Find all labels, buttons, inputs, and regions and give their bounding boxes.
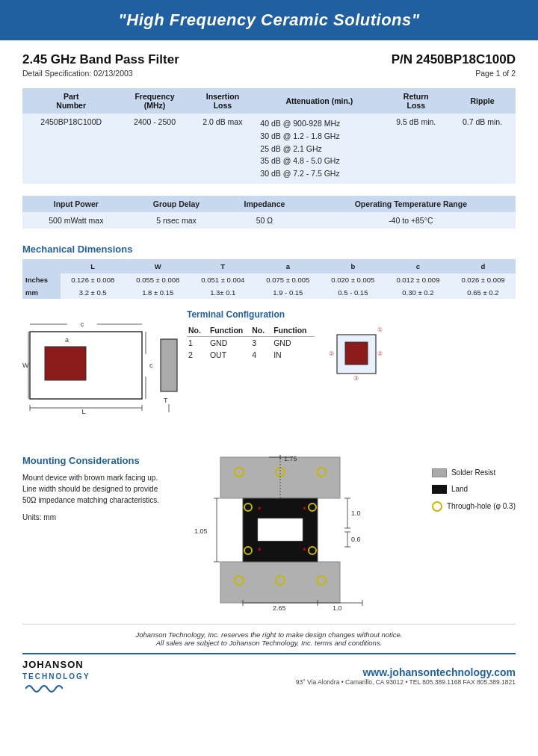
cell-group-delay: 5 nsec max — [130, 212, 223, 229]
svg-text:2.65: 2.65 — [273, 604, 286, 610]
svg-rect-25 — [220, 562, 340, 603]
footer-right: www.johansontechnology.com 93° Via Alond… — [296, 666, 516, 686]
col-part-number: PartNumber — [22, 88, 120, 114]
col-ripple: Ripple — [449, 88, 516, 114]
svg-text:L: L — [81, 408, 85, 415]
land-icon — [432, 485, 447, 494]
company-logo: JOHANSON TECHNOLOGY — [22, 659, 90, 681]
cell-freq: 2400 - 2500 — [120, 114, 189, 184]
mounting-title: Mounting Considerations — [22, 453, 172, 468]
mech-mm-L: 3.2 ± 0.5 — [61, 286, 126, 299]
footer-note: Johanson Technology, Inc. reserves the r… — [22, 624, 516, 647]
terminal-title: Terminal Configuration — [187, 309, 516, 320]
col-return-loss: ReturnLoss — [383, 88, 449, 114]
mechanical-title: Mechanical Dimensions — [22, 244, 516, 255]
wave-decoration — [25, 681, 63, 693]
col-impedance: Impedance — [223, 196, 306, 212]
solder-resist-icon — [432, 468, 447, 477]
mech-col-L: L — [61, 259, 126, 273]
land-label: Land — [451, 485, 468, 493]
page-number: Page 1 of 2 — [475, 69, 516, 78]
solder-resist-label: Solder Resist — [451, 468, 495, 477]
footer-note2: All sales are subject to Johanson Techno… — [22, 639, 516, 647]
mech-mm-a: 1.9 - 0.15 — [256, 286, 321, 299]
terminal-section: Terminal Configuration No. Function No. … — [187, 309, 516, 384]
mech-col-T: T — [191, 259, 256, 273]
mech-inches-a: 0.075 ± 0.005 — [256, 273, 321, 286]
col-insertion-loss: InsertionLoss — [190, 88, 256, 114]
svg-rect-15 — [161, 339, 177, 391]
term-col-no1: No. — [187, 324, 208, 337]
mech-col-a: a — [256, 259, 321, 273]
mounting-units: Units: mm — [22, 512, 172, 523]
cell-attenuation: 40 dB @ 900-928 MHz 30 dB @ 1.2 - 1.8 GH… — [256, 114, 383, 184]
website: www.johansontechnology.com — [296, 666, 516, 678]
mounting-description: Mount device with brown mark facing up. … — [22, 472, 172, 506]
svg-text:③: ③ — [353, 375, 359, 382]
part-number: P/N 2450BP18C100D — [392, 52, 516, 67]
mech-inches-L: 0.126 ± 0.008 — [61, 273, 126, 286]
term-col-fn2: Function — [272, 324, 314, 337]
col-attenuation: Attenuation (min.) — [256, 88, 383, 114]
legend: Solder Resist Land Through-hole (φ 0.3) — [432, 468, 516, 512]
mech-col-d: d — [451, 259, 516, 273]
term-no1-1: 1 — [187, 336, 208, 349]
mech-col-label — [22, 259, 61, 273]
terminal-diagram: ① ② ② ③ — [327, 324, 394, 384]
term-no2-2: 4 — [250, 349, 272, 361]
svg-rect-27 — [258, 518, 303, 541]
col-temp-range: Operating Temperature Range — [306, 196, 516, 212]
svg-text:②: ② — [329, 350, 334, 357]
svg-text:a: a — [65, 336, 69, 344]
through-hole-label: Through-hole (φ 0.3) — [447, 502, 516, 510]
svg-text:c: c — [81, 320, 84, 328]
svg-text:①: ① — [377, 326, 383, 333]
term-col-no2: No. — [250, 324, 272, 337]
mounting-svg: * * * * 1.75 1.05 1.0 — [187, 453, 404, 610]
detail-spec: Detail Specification: 02/13/2003 — [22, 69, 133, 78]
svg-rect-23 — [345, 342, 368, 365]
device-diagram: c a W L c T — [22, 309, 172, 441]
mech-table: L W T a b c d Inches 0.126 ± 0.008 0.055… — [22, 259, 516, 299]
svg-text:*: * — [303, 505, 306, 515]
term-fn2-1: GND — [272, 336, 314, 349]
mounting-diagram: * * * * 1.75 1.05 1.0 — [187, 453, 417, 612]
term-fn1-2: OUT — [208, 349, 250, 361]
svg-text:*: * — [303, 546, 306, 557]
mech-mm-b: 0.5 - 0.15 — [321, 286, 386, 299]
footer-note1: Johanson Technology, Inc. reserves the r… — [22, 630, 516, 639]
cell-return-loss: 9.5 dB min. — [383, 114, 449, 184]
mech-col-b: b — [321, 259, 386, 273]
cell-part: 2450BP18C100D — [22, 114, 120, 184]
header-title: "High Frequency Ceramic Solutions" — [118, 10, 419, 29]
svg-text:c: c — [149, 362, 153, 369]
mech-inches-T: 0.051 ± 0.004 — [191, 273, 256, 286]
terminal-table: No. Function No. Function 1 GND 3 GND — [187, 324, 315, 361]
mech-col-W: W — [126, 259, 191, 273]
svg-text:1.0: 1.0 — [333, 604, 342, 610]
product-title: 2.45 GHz Band Pass Filter — [22, 52, 179, 67]
mech-mm-W: 1.8 ± 0.15 — [126, 286, 191, 299]
cell-insertion: 2.0 dB max — [190, 114, 256, 184]
legend-land: Land — [432, 485, 516, 494]
svg-text:*: * — [258, 546, 262, 557]
mounting-text: Mounting Considerations Mount device wit… — [22, 453, 172, 524]
mech-mm-c: 0.30 ± 0.2 — [386, 286, 451, 299]
mechanical-svg: c a W L c T — [22, 309, 179, 440]
col-group-delay: Group Delay — [130, 196, 223, 212]
cell-ripple: 0.7 dB min. — [449, 114, 516, 184]
mech-mm-T: 1.3± 0.1 — [191, 286, 256, 299]
mech-inches-d: 0.026 ± 0.009 — [451, 273, 516, 286]
svg-text:1.0: 1.0 — [351, 509, 361, 517]
svg-text:*: * — [258, 505, 262, 515]
footer-bar: JOHANSON TECHNOLOGY www.johansontechnolo… — [22, 653, 516, 696]
spec-table: PartNumber Frequency(MHz) InsertionLoss … — [22, 88, 516, 184]
svg-text:T: T — [164, 397, 168, 404]
svg-rect-1 — [45, 347, 86, 380]
cell-input-power: 500 mWatt max — [22, 212, 130, 229]
mech-inches-c: 0.012 ± 0.009 — [386, 273, 451, 286]
svg-text:1.05: 1.05 — [194, 527, 208, 535]
term-no2-1: 3 — [250, 336, 272, 349]
legend-through-hole: Through-hole (φ 0.3) — [432, 501, 516, 512]
term-fn2-2: IN — [272, 349, 314, 361]
